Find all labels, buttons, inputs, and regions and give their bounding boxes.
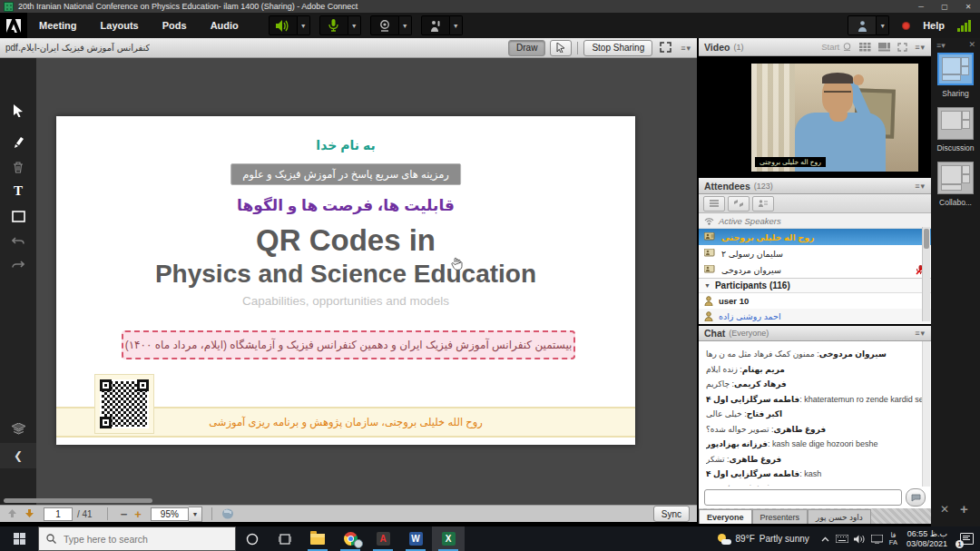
maximize-button[interactable]: ▢ [933, 0, 956, 13]
adobe-connect-window: 20th Iranian National Conference on Phys… [0, 0, 980, 551]
start-button[interactable] [0, 526, 38, 551]
redo-button[interactable] [5, 254, 31, 276]
status-view-button[interactable] [752, 196, 774, 212]
strip-add-icon[interactable]: + [960, 501, 968, 517]
action-center-button[interactable]: 1 [953, 526, 980, 551]
layout-thumb-sharing[interactable] [937, 53, 974, 85]
raise-hand-button[interactable] [421, 15, 450, 35]
attendees-pod-menu-icon[interactable]: ≡▾ [915, 182, 926, 191]
sync-button[interactable]: Sync [653, 506, 690, 522]
chat-scrollbar[interactable] [922, 341, 930, 487]
layout-thumb-collaboration[interactable] [937, 162, 974, 194]
close-button[interactable]: ✕ [956, 0, 980, 13]
page-up-button[interactable] [7, 508, 17, 520]
slide-canvas[interactable]: به نام خدا رمزینه های سریع پاسخ در آموزش… [56, 116, 635, 445]
raise-hand-dropdown[interactable]: ▼ [450, 15, 463, 35]
menu-help[interactable]: Help [923, 20, 945, 31]
taskbar-search[interactable] [38, 526, 236, 551]
layout-label-discussion[interactable]: Discussion [931, 143, 980, 153]
zoom-out-button[interactable]: − [121, 507, 128, 521]
file-explorer-button[interactable] [301, 526, 334, 551]
minimize-button[interactable]: ─ [909, 0, 933, 13]
attendee-list-view-button[interactable] [703, 196, 725, 212]
taskbar-weather[interactable]: 89°F Partly sunny [710, 534, 817, 545]
start-webcam-button[interactable]: Start [821, 42, 852, 52]
excel-button[interactable]: X [432, 526, 465, 551]
presenter-status-dropdown[interactable]: ▼ [877, 15, 889, 35]
taskbar-clock[interactable]: 06:55 ب.ظ 03/08/2021 [901, 529, 953, 549]
acrobat-button[interactable]: A [367, 526, 399, 551]
chat-tab-presenters[interactable]: Presenters [752, 509, 808, 524]
layout-thumb-discussion[interactable] [937, 107, 974, 140]
presenter-status-button[interactable] [848, 15, 877, 35]
text-tool-button[interactable]: T [5, 180, 31, 202]
speaker-dropdown[interactable]: ▼ [298, 15, 310, 35]
connection-signal-icon[interactable] [957, 20, 971, 32]
chat-header: Chat (Everyone) ≡▾ [699, 326, 931, 341]
collapse-triangle-icon[interactable]: ▼ [704, 282, 710, 289]
menu-layouts[interactable]: Layouts [89, 13, 151, 38]
breakout-view-button[interactable] [728, 196, 750, 212]
stop-sharing-button[interactable]: Stop Sharing [583, 40, 652, 56]
chrome-button[interactable] [334, 526, 367, 551]
chat-pod-menu-icon[interactable]: ≡▾ [915, 329, 926, 338]
task-view-button[interactable] [269, 526, 301, 551]
undo-button[interactable] [5, 231, 31, 252]
touch-keyboard-button[interactable] [834, 526, 851, 551]
chat-tab-everyone[interactable]: Everyone [699, 509, 752, 524]
network-display-button[interactable] [868, 526, 886, 551]
word-button[interactable]: W [399, 526, 432, 551]
microphone-dropdown[interactable]: ▼ [348, 15, 361, 35]
page-down-button[interactable] [24, 508, 34, 520]
attendee-row[interactable]: احمد روشنی زاده [699, 309, 931, 324]
delete-tool-button[interactable] [5, 156, 31, 178]
share-pod-menu-icon[interactable]: ≡▾ [681, 44, 691, 53]
video-fullscreen-icon[interactable] [897, 43, 907, 52]
marker-tool-button[interactable] [5, 131, 31, 153]
microphone-button[interactable] [319, 15, 348, 35]
strip-close-icon[interactable]: ✕ [940, 503, 949, 516]
attendee-row[interactable]: سیروان مردوخی [699, 261, 931, 278]
shape-tool-button[interactable] [5, 205, 31, 227]
layout-label-sharing[interactable]: Sharing [931, 89, 980, 98]
language-indicator[interactable]: فا FA [886, 532, 901, 546]
select-tool-button[interactable] [5, 100, 31, 122]
video-pod-menu-icon[interactable]: ≡▾ [915, 43, 926, 52]
filmstrip-layout-icon[interactable] [878, 43, 890, 52]
attendees-scrollbar-thumb[interactable] [924, 229, 929, 249]
chat-tab-private[interactable]: داود حسن پور [808, 509, 871, 524]
chat-messages[interactable]: سیروان مردوخی: ممنون کمک فرهاد مثل مه ن … [699, 341, 931, 487]
zoom-in-button[interactable]: + [134, 507, 142, 521]
search-input[interactable] [62, 533, 211, 546]
collapse-toolbar-button[interactable]: ❮ [0, 443, 36, 468]
fullscreen-button[interactable] [660, 40, 671, 56]
chat-message-input[interactable] [704, 489, 902, 506]
pointer-tool-button[interactable] [550, 40, 572, 56]
chat-scope: (Everyone) [729, 329, 769, 338]
volume-button[interactable] [851, 526, 868, 551]
send-message-button[interactable] [906, 488, 926, 507]
layout-label-collaboration[interactable]: Collabo... [931, 198, 980, 207]
speaker-button[interactable] [269, 15, 298, 35]
grid-layout-icon[interactable] [859, 43, 871, 52]
webcam-button[interactable] [370, 15, 399, 35]
participants-section[interactable]: ▼ Participants (116) [699, 278, 931, 293]
page-number-input[interactable] [44, 507, 73, 521]
draw-button[interactable]: Draw [508, 40, 545, 56]
attendee-row[interactable]: روح اله خلیلی بروجنی [699, 229, 931, 245]
layouts-close-icon[interactable]: ✕ [968, 40, 975, 49]
menu-pods[interactable]: Pods [151, 13, 199, 38]
layers-button[interactable] [5, 418, 31, 439]
app-icon [4, 2, 14, 12]
menu-audio[interactable]: Audio [199, 13, 250, 38]
horizontal-scrollbar[interactable] [4, 498, 152, 503]
layouts-menu-icon[interactable]: ≡▾ [936, 41, 946, 50]
attendee-row[interactable]: سلیمان رسولی ۲ [699, 245, 931, 261]
tray-overflow-button[interactable] [817, 526, 834, 551]
attendee-row[interactable]: user 10 [699, 293, 931, 309]
cortana-button[interactable] [236, 526, 269, 551]
webcam-dropdown[interactable]: ▼ [399, 15, 412, 35]
pan-tool-button[interactable] [221, 507, 234, 521]
zoom-dropdown[interactable]: ▼ [189, 507, 202, 522]
menu-meeting[interactable]: Meeting [27, 13, 89, 38]
